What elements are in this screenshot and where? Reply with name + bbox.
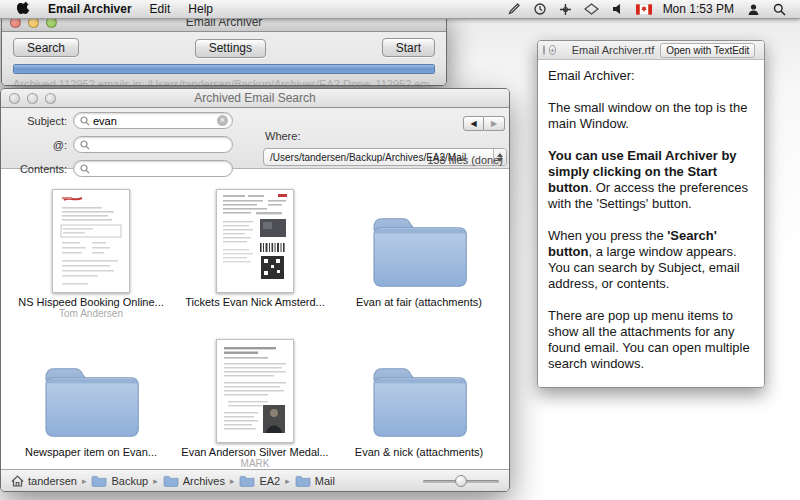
document-thumbnail-icon[interactable] xyxy=(216,189,294,293)
contents-label: Contents: xyxy=(5,163,67,175)
folder-icon xyxy=(239,475,255,487)
archive-status-text: Archived 112952 emails in: /Users/tander… xyxy=(13,78,343,87)
file-item[interactable]: Newspaper item on Evan... xyxy=(9,323,173,473)
preview-title: Email Archiver.rtf xyxy=(572,44,655,56)
search-window-titlebar[interactable]: Archived Email Search xyxy=(1,89,509,108)
folder-icon[interactable] xyxy=(34,353,148,443)
search-window-title: Archived Email Search xyxy=(1,91,509,105)
time-machine-icon[interactable] xyxy=(532,1,548,17)
forward-button[interactable]: ▶ xyxy=(484,116,505,131)
preview-paragraph: When you press the 'Search' button, a la… xyxy=(548,228,754,292)
file-subtitle: Tom Andersen xyxy=(59,308,123,319)
at-label: @: xyxy=(5,139,67,151)
menu-clock[interactable]: Mon 1:53 PM xyxy=(663,2,734,16)
search-button[interactable]: Search xyxy=(13,38,79,57)
breadcrumb-item[interactable]: Mail xyxy=(295,475,335,487)
file-name: Tickets Evan Nick Amsterd... xyxy=(185,296,325,308)
settings-button[interactable]: Settings xyxy=(195,39,266,58)
breadcrumb-label: Mail xyxy=(315,475,335,487)
search-results-grid: NS Hispeed Booking Online... Tom Anderse… xyxy=(1,169,509,469)
archive-done-text: Done: 112952 em... xyxy=(343,78,439,87)
breadcrumb-label: Backup xyxy=(111,475,148,487)
file-item[interactable]: Tickets Evan Nick Amsterd... xyxy=(173,173,337,323)
menu-app[interactable]: Email Archiver xyxy=(39,0,141,18)
subject-label: Subject: xyxy=(5,115,67,127)
search-form: Subject: @: Contents: × Where: /Users/ta… xyxy=(1,108,509,169)
close-icon[interactable] xyxy=(543,45,545,55)
crosshair-icon[interactable] xyxy=(558,1,574,17)
address-input[interactable] xyxy=(93,139,228,151)
preview-paragraph: The small window on the top is the main … xyxy=(548,100,754,132)
volume-icon[interactable] xyxy=(610,1,626,17)
breadcrumb-separator: ▸ xyxy=(153,476,158,486)
breadcrumb-label: tandersen xyxy=(28,475,77,487)
breadcrumb-label: EA2 xyxy=(259,475,280,487)
menu-help[interactable]: Help xyxy=(179,0,222,18)
preview-paragraph: You can use Email Archiver by simply cli… xyxy=(548,148,754,212)
archived-email-search-window: Archived Email Search Subject: @: Conten… xyxy=(0,88,510,492)
back-button[interactable]: ◀ xyxy=(463,116,484,131)
preview-titlebar[interactable]: + Email Archiver.rtf Open with TextEdit xyxy=(538,41,764,60)
slider-knob[interactable] xyxy=(455,475,467,487)
breadcrumb-item[interactable]: tandersen xyxy=(11,475,77,487)
canada-flag-icon xyxy=(636,1,652,17)
preview-paragraph: There are pop up menu items to show all … xyxy=(548,308,754,372)
preview-content: Email Archiver: The small window on the … xyxy=(538,60,764,387)
address-search-field[interactable] xyxy=(73,136,233,153)
files-count-status: 153 files (done) xyxy=(427,154,503,166)
close-button[interactable] xyxy=(9,93,20,104)
file-name: Evan at fair (attachments) xyxy=(356,296,482,308)
breadcrumb-separator: ▸ xyxy=(82,476,87,486)
apple-icon xyxy=(17,2,30,16)
breadcrumb-separator: ▸ xyxy=(230,476,235,486)
main-window-body: Search Settings Start Archived 112952 em… xyxy=(2,32,446,86)
file-item[interactable]: Evan Anderson Silver Medal... MARK xyxy=(173,323,337,473)
pen-icon[interactable] xyxy=(506,1,522,17)
minimize-button[interactable] xyxy=(27,93,38,104)
file-name: Evan Anderson Silver Medal... xyxy=(181,446,328,458)
document-thumbnail-icon[interactable] xyxy=(216,339,294,443)
archive-progress-bar xyxy=(13,64,435,74)
home-icon xyxy=(11,475,24,487)
file-subtitle: MARK xyxy=(241,458,270,469)
file-item[interactable]: Evan & nick (attachments) xyxy=(337,323,501,473)
contents-input[interactable] xyxy=(93,163,228,175)
spotlight-icon[interactable] xyxy=(771,1,787,17)
breadcrumb-item[interactable]: EA2 xyxy=(239,475,280,487)
preview-window: + Email Archiver.rtf Open with TextEdit … xyxy=(537,40,765,388)
email-archiver-window: Email Archiver Search Settings Start Arc… xyxy=(1,12,447,86)
breadcrumb-item[interactable]: Backup xyxy=(91,475,148,487)
breadcrumb-separator: ▸ xyxy=(285,476,290,486)
contents-search-field[interactable] xyxy=(73,160,233,177)
open-with-textedit-button[interactable]: Open with TextEdit xyxy=(660,43,755,58)
file-item[interactable]: NS Hispeed Booking Online... Tom Anderse… xyxy=(9,173,173,323)
menu-bar: Email Archiver Edit Help Mon 1:53 PM xyxy=(0,0,800,19)
zoom-button[interactable] xyxy=(45,93,56,104)
file-name: Evan & nick (attachments) xyxy=(355,446,483,458)
clear-search-icon[interactable]: × xyxy=(217,115,228,126)
document-thumbnail-icon[interactable] xyxy=(52,189,130,293)
file-name: NS Hispeed Booking Online... xyxy=(18,296,164,308)
breadcrumb-item[interactable]: Archives xyxy=(163,475,225,487)
folder-icon[interactable] xyxy=(362,203,476,293)
user-icon[interactable] xyxy=(745,1,761,17)
search-icon xyxy=(80,164,90,174)
preview-paragraph: Email Archiver: xyxy=(548,68,754,84)
icon-size-slider[interactable] xyxy=(423,474,499,488)
apple-menu[interactable] xyxy=(8,2,39,16)
folder-icon[interactable] xyxy=(362,353,476,443)
desktop: Email Archiver Edit Help Mon 1:53 PM xyxy=(0,0,800,500)
diamond-icon[interactable] xyxy=(584,1,600,17)
subject-search-field[interactable]: × xyxy=(73,112,233,129)
search-icon xyxy=(80,140,90,150)
file-name: Newspaper item on Evan... xyxy=(25,446,157,458)
file-item[interactable]: Evan at fair (attachments) xyxy=(337,173,501,323)
search-icon xyxy=(80,116,90,126)
folder-icon xyxy=(91,475,107,487)
menu-edit[interactable]: Edit xyxy=(141,0,180,18)
start-button[interactable]: Start xyxy=(382,38,435,57)
add-icon[interactable]: + xyxy=(549,45,556,55)
subject-input[interactable] xyxy=(93,115,217,127)
folder-icon xyxy=(163,475,179,487)
where-label: Where: xyxy=(265,130,300,142)
